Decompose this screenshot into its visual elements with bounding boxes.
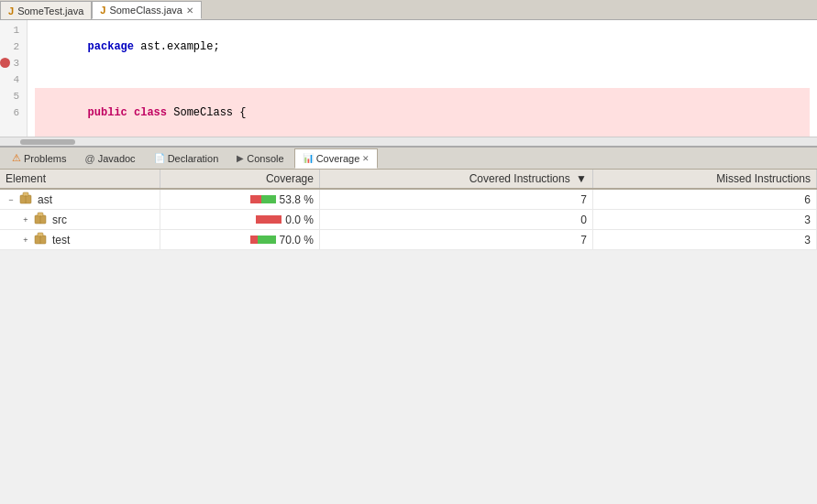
declaration-icon: 📄 <box>154 153 165 163</box>
table-row[interactable]: + src0.0 %03 <box>0 210 817 230</box>
element-label-src: src <box>52 214 67 226</box>
bar-red-src <box>256 215 282 224</box>
col-header-coverage[interactable]: Coverage <box>160 170 320 189</box>
coverage-label: Coverage <box>316 153 360 164</box>
cell-element-test: + test <box>0 230 160 250</box>
coverage-pct-test: 70.0 % <box>280 234 314 247</box>
coverage-table-body: − ast53.8 %76+ src0.0 %03+ test70.0 %73 <box>0 189 817 250</box>
tree-toggle-ast[interactable]: − <box>6 194 17 205</box>
code-line-1: package ast.example; <box>35 22 810 71</box>
someclass-label: SomeClass.java <box>109 5 182 16</box>
bar-green-ast <box>261 195 275 203</box>
line-gutter: 1 2 3 4 5 6 <box>0 20 28 137</box>
tab-close-icon[interactable]: ✕ <box>186 5 193 16</box>
col-header-element[interactable]: Element <box>0 170 160 189</box>
cell-missed-test: 3 <box>592 230 816 250</box>
bar-green-test <box>258 236 276 244</box>
coverage-panel[interactable]: Element Coverage Covered Instructions ▼ … <box>0 170 817 250</box>
cell-covered-test: 7 <box>319 230 592 250</box>
col-header-missed[interactable]: Missed Instructions <box>592 170 816 189</box>
cell-coverage-ast: 53.8 % <box>160 189 320 210</box>
cell-missed-ast: 6 <box>592 189 816 210</box>
cell-coverage-test: 70.0 % <box>160 230 320 250</box>
gutter-row-6: 6 <box>13 104 23 121</box>
editor-tab-bar: J SomeTest.java J SomeClass.java ✕ <box>0 0 817 20</box>
tab-coverage[interactable]: 📊 Coverage ✕ <box>294 148 379 169</box>
javadoc-icon: @ <box>84 153 94 164</box>
coverage-tab-close-icon[interactable]: ✕ <box>362 154 370 163</box>
coverage-icon: 📊 <box>303 153 314 163</box>
col-header-covered[interactable]: Covered Instructions ▼ <box>319 170 592 189</box>
tab-declaration[interactable]: 📄 Declaration <box>146 148 227 169</box>
someclass-icon: J <box>100 5 105 16</box>
cell-missed-src: 3 <box>592 210 816 230</box>
tab-javadoc[interactable]: @ Javadoc <box>76 148 143 169</box>
coverage-bar-src <box>256 215 282 224</box>
package-icon-test <box>34 232 47 247</box>
package-icon-src <box>34 212 47 227</box>
coverage-bar-test <box>250 236 276 244</box>
code-line-3: public class SomeClass { <box>35 88 810 137</box>
declaration-label: Declaration <box>168 153 219 164</box>
gutter-row-5: 5 <box>13 88 23 104</box>
coverage-pct-ast: 53.8 % <box>280 193 314 206</box>
coverage-bar-ast <box>250 195 276 203</box>
element-label-test: test <box>52 234 70 247</box>
cell-element-ast: − ast <box>0 189 160 210</box>
problems-icon: ⚠ <box>12 152 21 164</box>
bar-red-test <box>250 236 258 244</box>
tab-sometest[interactable]: J SomeTest.java <box>0 1 92 19</box>
tree-toggle-src[interactable]: + <box>20 214 31 225</box>
panel-tab-bar: ⚠ Problems @ Javadoc 📄 Declaration ▶ Con… <box>0 148 817 170</box>
tree-toggle-test[interactable]: + <box>20 235 31 246</box>
gutter-row-4: 4 <box>13 71 23 88</box>
cell-coverage-src: 0.0 % <box>160 210 320 230</box>
javadoc-label: Javadoc <box>98 153 136 164</box>
code-area: 1 2 3 4 5 6 package ast.example; <box>0 20 817 137</box>
element-label-ast: ast <box>38 193 52 206</box>
editor-area: J SomeTest.java J SomeClass.java ✕ 1 2 3… <box>0 0 817 147</box>
cell-covered-src: 0 <box>319 210 592 230</box>
tab-problems[interactable]: ⚠ Problems <box>4 148 74 169</box>
console-label: Console <box>247 153 283 164</box>
coverage-pct-src: 0.0 % <box>285 214 314 226</box>
cell-element-src: + src <box>0 210 160 230</box>
gutter-row-2: 2 <box>13 38 23 55</box>
table-row[interactable]: + test70.0 %73 <box>0 230 817 250</box>
coverage-table: Element Coverage Covered Instructions ▼ … <box>0 170 817 250</box>
sometest-icon: J <box>8 5 14 16</box>
table-header-row: Element Coverage Covered Instructions ▼ … <box>0 170 817 189</box>
error-marker-icon <box>0 58 10 68</box>
bar-red-ast <box>250 195 262 203</box>
tab-someclass[interactable]: J SomeClass.java ✕ <box>92 1 202 19</box>
horizontal-scrollbar[interactable] <box>0 137 817 146</box>
console-icon: ▶ <box>237 153 244 163</box>
gutter-row-1: 1 <box>13 22 23 38</box>
problems-label: Problems <box>24 153 66 164</box>
gutter-row-3: 3 <box>13 55 23 71</box>
sort-arrow-icon: ▼ <box>576 172 587 185</box>
sometest-label: SomeTest.java <box>17 5 83 16</box>
scrollbar-thumb[interactable] <box>20 139 75 145</box>
package-icon-ast <box>19 192 32 207</box>
code-line-2 <box>35 71 810 88</box>
bottom-panel: ⚠ Problems @ Javadoc 📄 Declaration ▶ Con… <box>0 147 817 250</box>
tab-console[interactable]: ▶ Console <box>228 148 292 169</box>
cell-covered-ast: 7 <box>319 189 592 210</box>
code-content[interactable]: package ast.example; public class SomeCl… <box>28 20 817 137</box>
table-row[interactable]: − ast53.8 %76 <box>0 189 817 210</box>
